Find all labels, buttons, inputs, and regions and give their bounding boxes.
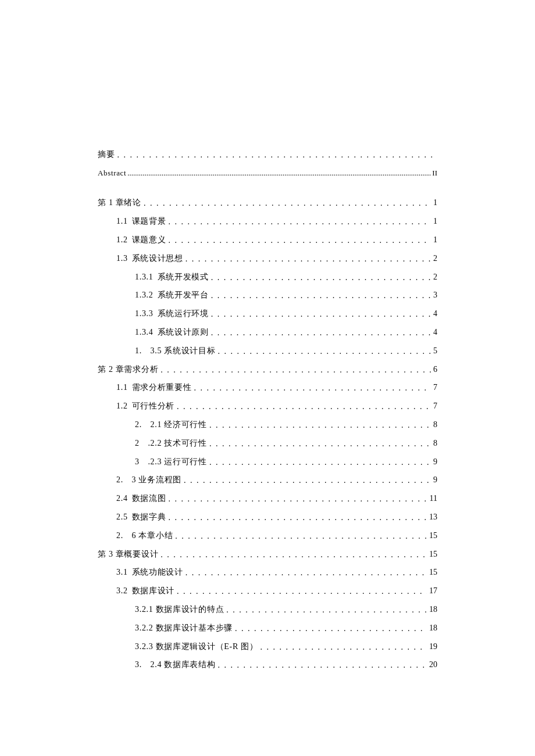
toc-entry: 2 .2.2 技术可行性8 <box>98 439 437 449</box>
toc-entry-page: 20 <box>429 660 437 670</box>
toc-entry-page: 15 <box>429 568 437 578</box>
toc-entry: 1.3.4系统设计原则4 <box>98 328 437 338</box>
toc-entry-page: 18 <box>429 605 437 615</box>
toc-entry-label: 摘要 <box>98 150 115 160</box>
toc-entry: 3.1系统功能设计15 <box>98 568 437 578</box>
toc-dots <box>211 273 431 283</box>
toc-entry-label: 2.5 <box>116 513 128 522</box>
toc-entry-page: 2 <box>433 254 437 264</box>
toc-entry-title: 数据库设计 <box>132 586 175 596</box>
toc-entry-page: 4 <box>433 309 437 319</box>
toc-entry: 1.3.1系统开发模式2 <box>98 273 437 282</box>
toc-entry: 2. 3 业务流程图9 <box>98 475 437 485</box>
toc-dots <box>226 605 427 615</box>
toc-entry: 3.2数据库设计17 <box>98 586 437 596</box>
toc-entry-title: 课题意义 <box>132 235 166 245</box>
toc-entry: 1.2可行性分析7 <box>98 402 437 411</box>
toc-dots <box>186 255 431 264</box>
toc-entry: 1.1需求分析重要性7 <box>98 383 437 393</box>
toc-entry-page: 17 <box>429 586 437 596</box>
toc-dots <box>160 550 427 560</box>
toc-entry: 2.4数据流图11 <box>98 494 437 504</box>
toc-entry-title: 数据流图 <box>132 494 166 504</box>
toc-entry-page: 7 <box>433 402 437 411</box>
toc-entry-label: 2 .2.2 技术可行性 <box>135 439 207 449</box>
toc-entry-page: 19 <box>429 642 437 652</box>
toc-entry-title: 需求分析重要性 <box>132 383 192 393</box>
toc-entry-page: 5 <box>433 346 437 356</box>
toc-entry-page: 9 <box>433 457 437 467</box>
toc-dots <box>160 366 431 375</box>
toc-entry-page: 15 <box>429 531 437 541</box>
toc-entry-page: 11 <box>430 494 437 504</box>
toc-entry: 1. 3.5 系统设计目标5 <box>98 346 437 356</box>
toc-entry-title: 系统设计思想 <box>132 254 183 264</box>
toc-entry-label: Abstract <box>98 169 126 178</box>
toc-entry-label: 2.4 <box>116 494 128 504</box>
toc-entry-label: 1.3 <box>116 254 128 264</box>
toc-dots <box>209 439 431 449</box>
toc-dots <box>184 476 431 486</box>
toc-dots <box>168 495 427 504</box>
toc-entry: 1.2课题意义1 <box>98 235 437 245</box>
toc-entry-page: 1 <box>433 217 437 227</box>
toc-entry-page: 6 <box>433 365 437 375</box>
toc-entry: 第 2 章需求分析6 <box>98 365 437 375</box>
toc-entry-title: 可行性分析 <box>132 402 175 411</box>
toc-dots <box>177 402 431 412</box>
toc-entry: 3. 2.4 数据库表结构20 <box>98 660 437 670</box>
toc-dots <box>209 458 431 468</box>
toc-entry: 第 3 章概要设计15 <box>98 550 437 560</box>
toc-entry-page: 1 <box>433 235 437 245</box>
toc-dots <box>211 310 431 320</box>
toc-entry-page: 7 <box>433 383 437 393</box>
toc-entry-title: 系统运行环境 <box>158 309 209 319</box>
toc-dots <box>211 328 431 338</box>
toc-entry-page: 9 <box>433 475 437 485</box>
toc-entry-page: 15 <box>429 550 437 560</box>
toc-entry-label: 1.1 <box>116 217 128 227</box>
toc-entry-label: 3.2.3 数据库逻辑设计（E-R 图） <box>135 642 258 652</box>
toc-entry: 2. 6 本章小结15 <box>98 531 437 541</box>
toc-entry-label: 3. 2.4 数据库表结构 <box>135 660 216 670</box>
toc-entry-label: 3 .2.3 运行可行性 <box>135 457 207 467</box>
toc-entry-label: 1.2 <box>116 235 128 245</box>
toc-entry-title: 课题背景 <box>132 217 166 227</box>
toc-entry-page: 8 <box>433 439 437 449</box>
toc-dots <box>218 661 427 671</box>
toc-entry-page: 18 <box>429 624 437 633</box>
toc-entry: AbstractII <box>98 169 437 178</box>
toc-entry-title: 系统设计原则 <box>158 328 209 338</box>
toc-entry: 3 .2.3 运行可行性9 <box>98 457 437 467</box>
toc-dots <box>261 643 427 653</box>
toc-entry-label: 1.3.1 <box>135 273 154 282</box>
toc-entry-title: 系统开发平台 <box>158 291 209 300</box>
toc-dots <box>127 169 431 178</box>
toc-entry-page: 2 <box>433 273 437 282</box>
toc-entry-page: 3 <box>433 291 437 300</box>
toc-entry: 1.3.2系统开发平台3 <box>98 291 437 300</box>
toc-entry-label: 第 2 章需求分析 <box>98 365 158 375</box>
toc-entry-label: 1.3.2 <box>135 291 154 300</box>
table-of-contents: 摘要AbstractII第 1 章绪论11.1课题背景11.2课题意义11.3系… <box>98 150 437 670</box>
toc-dots <box>209 421 431 431</box>
toc-entry-page: II <box>432 169 437 178</box>
toc-entry: 2. 2.1 经济可行性8 <box>98 420 437 430</box>
toc-entry: 1.3.3系统运行环境4 <box>98 309 437 319</box>
toc-entry-page: 4 <box>433 328 437 338</box>
toc-dots <box>144 199 431 209</box>
toc-dots <box>218 347 431 357</box>
toc-entry: 1.1课题背景1 <box>98 217 437 227</box>
toc-entry-label: 1.3.3 <box>135 309 154 319</box>
toc-entry-label: 1.1 <box>116 383 128 393</box>
toc-entry-title: 系统功能设计 <box>132 568 183 578</box>
toc-entry-label: 2. 6 本章小结 <box>116 531 173 541</box>
toc-entry-label: 3.2.2 数据库设计基本步骤 <box>135 624 233 633</box>
toc-entry-label: 3.2 <box>116 586 128 596</box>
toc-entry-page: 13 <box>429 513 437 522</box>
toc-entry-label: 3.2.1 数据库设计的特点 <box>135 605 224 615</box>
toc-entry: 1.3系统设计思想2 <box>98 254 437 264</box>
toc-entry-label: 第 3 章概要设计 <box>98 550 158 560</box>
toc-entry-label: 第 1 章绪论 <box>98 198 141 208</box>
toc-entry: 3.2.2 数据库设计基本步骤18 <box>98 624 437 633</box>
